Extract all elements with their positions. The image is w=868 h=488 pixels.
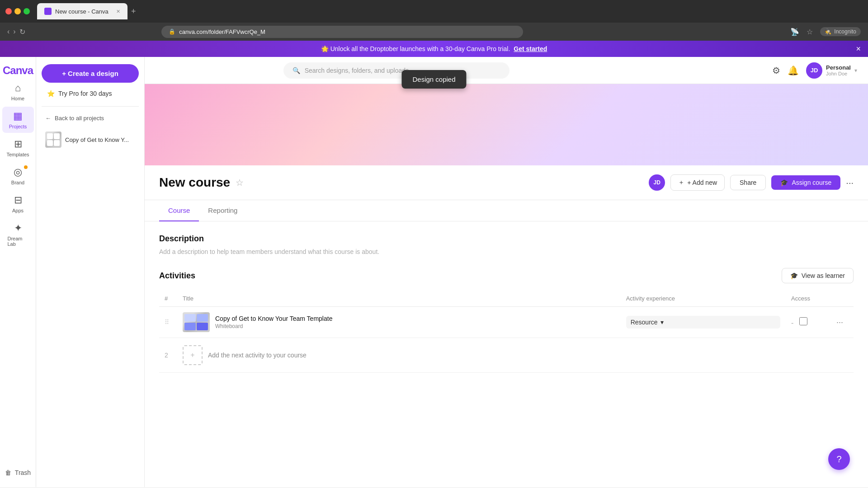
incognito-icon: 🕵 xyxy=(825,28,831,35)
course-tabs: Course Reporting xyxy=(145,200,868,221)
activities-title: Activities xyxy=(159,271,195,281)
reload-nav-btn[interactable]: ↻ xyxy=(19,28,25,36)
new-tab-button[interactable]: + xyxy=(129,5,138,18)
window-maximize-btn[interactable] xyxy=(24,8,30,14)
thumb-inner xyxy=(45,131,61,148)
course-header: New course ☆ JD ＋ + Add new Share 🎓 Assi… xyxy=(145,165,868,200)
add-row-num-cell: 2 xyxy=(159,338,177,373)
course-actions: JD ＋ + Add new Share 🎓 Assign course ··· xyxy=(649,174,854,191)
window-minimize-btn[interactable] xyxy=(14,8,21,14)
promo-close-btn[interactable]: × xyxy=(856,44,861,54)
add-row-num: 2 xyxy=(165,352,168,359)
plus-icon: ＋ xyxy=(678,178,684,187)
col-experience: Activity experience xyxy=(621,291,786,307)
tab-favicon xyxy=(44,8,52,15)
back-to-projects-link[interactable]: ← Back to all projects xyxy=(42,112,139,124)
left-panel-top: + Create a design ⭐ Try Pro for 30 days … xyxy=(42,64,139,151)
url-bar[interactable]: 🔒 canva.com/folder/FAFVwcrQe_M xyxy=(161,26,523,38)
sidebar-item-home-label: Home xyxy=(11,96,24,101)
sidebar-item-apps[interactable]: ⊟ Apps xyxy=(2,191,34,217)
activities-table-head: # Title Activity experience Access xyxy=(159,291,854,307)
settings-btn[interactable]: ⚙ xyxy=(772,65,780,76)
access-dash: - xyxy=(791,319,793,327)
activity-name: Copy of Get to Know Your Team Template xyxy=(215,315,332,322)
view-as-learner-button[interactable]: 🎓 View as learner xyxy=(782,268,854,283)
row-more-cell: ··· xyxy=(831,307,854,338)
notifications-btn[interactable]: 🔔 xyxy=(788,65,799,76)
forward-nav-btn[interactable]: › xyxy=(13,28,15,36)
incognito-badge: 🕵 Incognito xyxy=(820,27,861,36)
bookmark-btn[interactable]: ☆ xyxy=(807,28,813,36)
tooltip-label: Design copied xyxy=(412,75,455,83)
screen-cast-btn[interactable]: 📡 xyxy=(790,28,799,36)
description-hint: Add a description to help team members u… xyxy=(159,248,854,255)
sidebar: Canva ⌂ Home ▦ Projects ⊞ Templates ◎ Br… xyxy=(0,57,36,487)
canva-logo: Canva xyxy=(3,64,33,77)
left-panel: + Create a design ⭐ Try Pro for 30 days … xyxy=(36,57,145,487)
assign-course-button[interactable]: 🎓 Assign course xyxy=(771,175,840,190)
description-title: Description xyxy=(159,234,854,244)
course-title: New course xyxy=(159,175,230,190)
project-item-name: Copy of Get to Know Y... xyxy=(65,136,129,143)
browser-chrome: New course - Canva ✕ + xyxy=(0,0,868,23)
sidebar-item-templates[interactable]: ⊞ Templates xyxy=(2,135,34,161)
col-num: # xyxy=(159,291,177,307)
row-more-button[interactable]: ··· xyxy=(836,318,843,327)
user-name: John Doe xyxy=(826,71,851,76)
app-layout: Canva ⌂ Home ▦ Projects ⊞ Templates ◎ Br… xyxy=(0,57,868,487)
tab-close-icon[interactable]: ✕ xyxy=(116,9,120,14)
project-thumbnail xyxy=(45,131,61,148)
top-bar: 🔍 Search designs, folders, and uploads ⚙… xyxy=(145,57,868,84)
row-experience-cell: Resource ▾ xyxy=(621,307,786,338)
dreamlab-icon: ✦ xyxy=(14,222,22,234)
sidebar-item-projects[interactable]: ▦ Projects xyxy=(2,107,34,133)
promo-text: 🌟 Unlock all the Droptober launches with… xyxy=(321,45,510,52)
window-close-btn[interactable] xyxy=(5,8,12,14)
tab-course[interactable]: Course xyxy=(159,200,199,221)
promo-cta-link[interactable]: Get started xyxy=(514,45,547,52)
tab-reporting[interactable]: Reporting xyxy=(199,200,246,221)
user-dropdown[interactable]: JD Personal John Doe ▾ xyxy=(806,62,857,79)
table-row: ⠿ xyxy=(159,307,854,338)
learner-icon: 🎓 xyxy=(790,272,798,279)
try-pro-item[interactable]: ⭐ Try Pro for 30 days xyxy=(42,86,139,101)
project-item[interactable]: Copy of Get to Know Y... xyxy=(42,128,139,151)
sidebar-item-trash[interactable]: 🗑 Trash xyxy=(0,465,36,480)
add-new-button[interactable]: ＋ + Add new xyxy=(670,174,725,191)
col-access: Access xyxy=(786,291,831,307)
avatar: JD xyxy=(806,62,822,79)
search-bar[interactable]: 🔍 Search designs, folders, and uploads xyxy=(283,62,509,79)
access-checkbox[interactable] xyxy=(799,317,807,325)
sidebar-item-home[interactable]: ⌂ Home xyxy=(2,79,34,105)
brand-badge xyxy=(24,165,28,169)
url-lock-icon: 🔒 xyxy=(169,28,175,35)
active-tab[interactable]: New course - Canva ✕ xyxy=(37,3,127,19)
trash-icon: 🗑 xyxy=(5,469,11,476)
apps-icon: ⊟ xyxy=(14,194,22,206)
sidebar-item-dreamlab[interactable]: ✦ Dream Lab xyxy=(2,219,34,250)
back-label: Back to all projects xyxy=(55,115,104,122)
favorite-button[interactable]: ☆ xyxy=(236,177,244,188)
brand-icon: ◎ xyxy=(14,166,22,178)
table-header-row: # Title Activity experience Access xyxy=(159,291,854,307)
course-hero xyxy=(145,84,868,165)
resource-dropdown[interactable]: Resource ▾ xyxy=(626,316,780,328)
sidebar-item-dreamlab-label: Dream Lab xyxy=(8,236,28,247)
projects-icon: ▦ xyxy=(13,110,23,122)
create-design-button[interactable]: + Create a design xyxy=(42,64,139,83)
assign-icon: 🎓 xyxy=(780,179,788,186)
main-content: 🔍 Search designs, folders, and uploads ⚙… xyxy=(145,57,868,487)
add-activity-content[interactable]: + Add the next activity to your course xyxy=(183,345,848,365)
address-bar-right: 📡 ☆ 🕵 Incognito xyxy=(790,27,861,36)
search-placeholder: Search designs, folders, and uploads xyxy=(305,67,409,74)
drag-handle-icon[interactable]: ⠿ xyxy=(165,319,169,326)
sidebar-item-brand-label: Brand xyxy=(11,180,24,185)
course-content: New course ☆ JD ＋ + Add new Share 🎓 Assi… xyxy=(145,84,868,487)
sidebar-item-brand[interactable]: ◎ Brand xyxy=(2,163,34,189)
share-button[interactable]: Share xyxy=(730,175,766,190)
help-button[interactable]: ? xyxy=(828,448,850,470)
activity-thumbnail xyxy=(183,312,210,332)
more-options-button[interactable]: ··· xyxy=(846,178,854,188)
add-new-label: + Add new xyxy=(687,179,717,186)
back-nav-btn[interactable]: ‹ xyxy=(7,28,9,36)
